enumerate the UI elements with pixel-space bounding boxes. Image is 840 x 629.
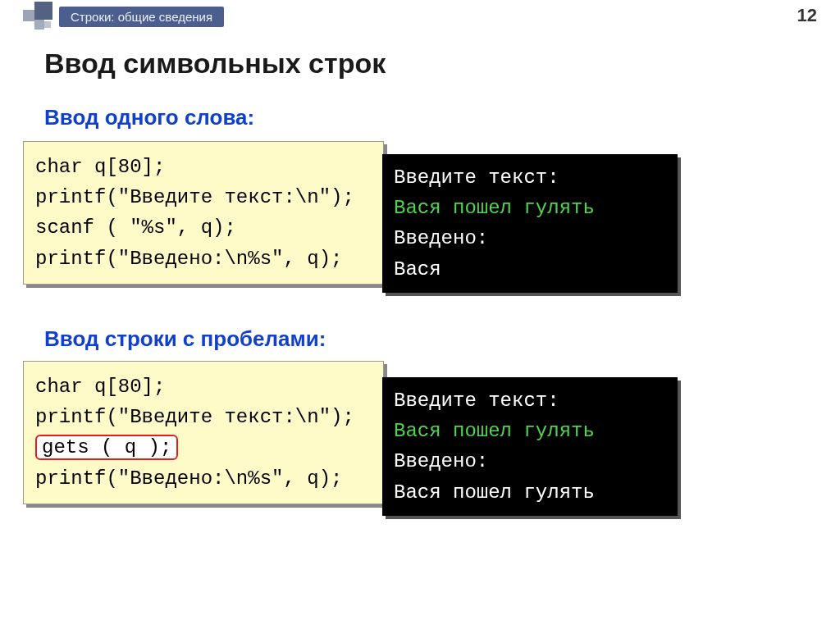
code-line: printf("Введено:\n%s", q); (35, 463, 372, 494)
terminal-line: Вася (394, 254, 666, 285)
code-line: char q[80]; (35, 371, 372, 402)
code-line: char q[80]; (35, 152, 372, 182)
top-bar: Строки: общие сведения 12 (0, 0, 840, 33)
terminal-line: Вася пошел гулять (394, 477, 666, 508)
code-block-2: char q[80]; printf("Введите текст:\n"); … (23, 361, 384, 504)
code-block-1: char q[80]; printf("Введите текст:\n"); … (23, 141, 384, 285)
bullet-squares-icon (23, 2, 52, 31)
code-line: gets ( q ); (35, 432, 372, 463)
terminal-user-input: Вася пошел гулять (394, 193, 666, 223)
breadcrumb: Строки: общие сведения (59, 7, 224, 27)
section1-heading: Ввод одного слова: (44, 105, 254, 130)
terminal-line: Введите текст: (394, 385, 666, 416)
terminal-user-input: Вася пошел гулять (394, 416, 666, 446)
page-title: Ввод символьных строк (44, 48, 386, 80)
code-line: scanf ( "%s", q); (35, 212, 372, 243)
terminal-line: Введено: (394, 446, 666, 476)
code-line: printf("Введено:\n%s", q); (35, 244, 372, 274)
section2-heading: Ввод строки с пробелами: (44, 326, 326, 352)
terminal-line: Введите текст: (394, 162, 666, 193)
terminal-line: Введено: (394, 223, 666, 253)
code-line: printf("Введите текст:\n"); (35, 182, 372, 212)
terminal-output-1: Введите текст: Вася пошел гулять Введено… (382, 154, 678, 293)
highlighted-gets: gets ( q ); (35, 435, 178, 460)
page-number: 12 (797, 5, 817, 26)
terminal-output-2: Введите текст: Вася пошел гулять Введено… (382, 377, 678, 516)
code-line: printf("Введите текст:\n"); (35, 402, 372, 432)
